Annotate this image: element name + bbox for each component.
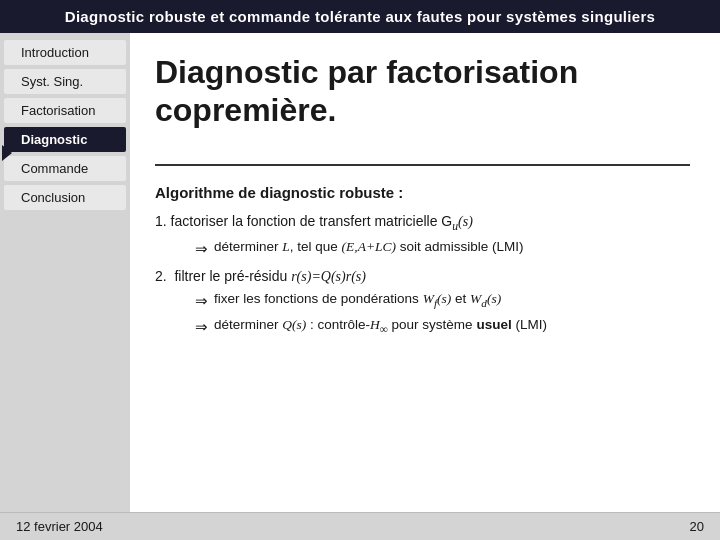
- sidebar-item-commande[interactable]: Commande: [4, 156, 126, 181]
- arrow-sym-2a: ⇒: [195, 291, 208, 311]
- algo-step-2-text: 2. filtrer le pré-résidu r(s)=Q(s)r(s): [155, 268, 690, 285]
- arrow-sym-1a: ⇒: [195, 239, 208, 259]
- sidebar: Introduction Syst. Sing. Factorisation D…: [0, 33, 130, 512]
- content-area: Introduction Syst. Sing. Factorisation D…: [0, 33, 720, 512]
- footer-date: 12 fevrier 2004: [16, 519, 103, 534]
- sidebar-item-diagnostic[interactable]: Diagnostic: [4, 127, 126, 152]
- sidebar-item-conclusion[interactable]: Conclusion: [4, 185, 126, 210]
- algorithm-section: Algorithme de diagnostic robuste : 1. fa…: [155, 184, 690, 346]
- footer: 12 fevrier 2004 20: [0, 512, 720, 540]
- slide-container: Diagnostic robuste et commande tolérante…: [0, 0, 720, 540]
- algo-step-1a-text: déterminer L, tel que (E,A+LC) soit admi…: [214, 239, 524, 255]
- active-arrow-indicator: [2, 145, 12, 161]
- algo-step-1: 1. factoriser la fonction de transfert m…: [155, 213, 690, 258]
- sidebar-item-syst-sing[interactable]: Syst. Sing.: [4, 69, 126, 94]
- sidebar-item-factorisation[interactable]: Factorisation: [4, 98, 126, 123]
- title-divider: [155, 164, 690, 166]
- algo-step-1-text: 1. factoriser la fonction de transfert m…: [155, 213, 690, 233]
- slide-header: Diagnostic robuste et commande tolérante…: [0, 0, 720, 33]
- title-section: Diagnostic par factorisation copremière.: [155, 53, 690, 134]
- algo-step-2b-text: déterminer Q(s) : contrôle-H∞ pour systè…: [214, 317, 547, 335]
- algo-step-2b: ⇒ déterminer Q(s) : contrôle-H∞ pour sys…: [195, 317, 690, 337]
- algo-step-2a: ⇒ fixer les fonctions de pondérations Wf…: [195, 291, 690, 311]
- slide-title: Diagnostic par factorisation copremière.: [155, 53, 690, 130]
- arrow-sym-2b: ⇒: [195, 317, 208, 337]
- footer-page: 20: [690, 519, 704, 534]
- sidebar-item-introduction[interactable]: Introduction: [4, 40, 126, 65]
- main-content: Diagnostic par factorisation copremière.…: [130, 33, 720, 512]
- algo-step-1a: ⇒ déterminer L, tel que (E,A+LC) soit ad…: [195, 239, 690, 259]
- algo-step-2: 2. filtrer le pré-résidu r(s)=Q(s)r(s) ⇒…: [155, 268, 690, 336]
- algo-title: Algorithme de diagnostic robuste :: [155, 184, 690, 201]
- header-title: Diagnostic robuste et commande tolérante…: [65, 8, 655, 25]
- algo-step-2a-text: fixer les fonctions de pondérations Wf(s…: [214, 291, 501, 309]
